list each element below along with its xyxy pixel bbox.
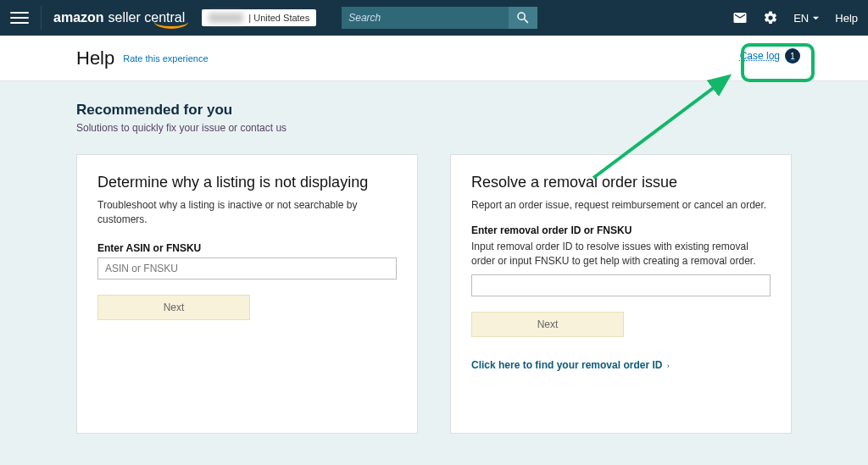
card1-title: Determine why a listing is not displayin… xyxy=(97,174,397,191)
nav-divider xyxy=(41,6,42,30)
card-listing-not-displaying: Determine why a listing is not displayin… xyxy=(76,154,418,434)
marketplace-masked: ——— xyxy=(209,13,243,23)
rate-experience-link[interactable]: Rate this experience xyxy=(123,53,208,64)
card2-desc: Report an order issue, request reimburse… xyxy=(471,198,771,213)
card1-label: Enter ASIN or FNSKU xyxy=(97,242,397,254)
brand-logo[interactable]: amazon seller central xyxy=(53,10,190,25)
search-input[interactable] xyxy=(342,7,508,29)
recommended-heading: Recommended for you xyxy=(76,102,792,119)
page-title: Help xyxy=(76,47,114,69)
search-button[interactable] xyxy=(509,7,537,29)
search-wrap xyxy=(342,7,537,29)
case-log-link[interactable]: Case log 1 xyxy=(740,48,800,64)
mail-icon[interactable] xyxy=(732,10,748,25)
case-log-label: Case log xyxy=(740,50,780,62)
card2-next-button[interactable]: Next xyxy=(471,312,624,337)
asin-fnsku-input[interactable] xyxy=(97,257,397,280)
card2-hint: Input removal order ID to resolve issues… xyxy=(471,240,771,268)
card-removal-order: Resolve a removal order issue Report an … xyxy=(450,154,792,434)
marketplace-country: | United States xyxy=(248,13,309,23)
language-selector[interactable]: EN xyxy=(793,12,820,25)
top-nav: amazon seller central ——— | United State… xyxy=(0,0,868,36)
amazon-smile-icon xyxy=(154,20,188,29)
card1-desc: Troubleshoot why a listing is inactive o… xyxy=(97,198,397,227)
help-bar: Help Rate this experience Case log 1 xyxy=(0,36,868,81)
menu-icon[interactable] xyxy=(10,8,29,27)
chevron-right-icon: › xyxy=(667,362,670,370)
language-label: EN xyxy=(793,12,809,25)
topnav-help-link[interactable]: Help xyxy=(835,12,858,25)
card2-title: Resolve a removal order issue xyxy=(471,174,771,191)
find-removal-id-link[interactable]: Click here to find your removal order ID… xyxy=(471,359,771,371)
card1-next-button[interactable]: Next xyxy=(97,295,250,320)
find-removal-id-text: Click here to find your removal order ID xyxy=(471,359,662,371)
recommended-subtitle: Solutions to quickly fix your issue or c… xyxy=(76,122,792,134)
content-area: Recommended for you Solutions to quickly… xyxy=(0,81,868,434)
card2-label: Enter removal order ID or FNSKU xyxy=(471,224,771,236)
removal-order-input[interactable] xyxy=(471,274,771,296)
gear-icon[interactable] xyxy=(763,10,778,25)
chevron-down-icon xyxy=(812,14,820,22)
brand-amazon-text: amazon xyxy=(53,10,104,25)
topnav-right: EN Help xyxy=(732,10,858,25)
marketplace-selector[interactable]: ——— | United States xyxy=(202,9,316,26)
cards-row: Determine why a listing is not displayin… xyxy=(76,154,792,434)
case-log-badge: 1 xyxy=(785,48,800,64)
search-icon xyxy=(515,10,531,25)
